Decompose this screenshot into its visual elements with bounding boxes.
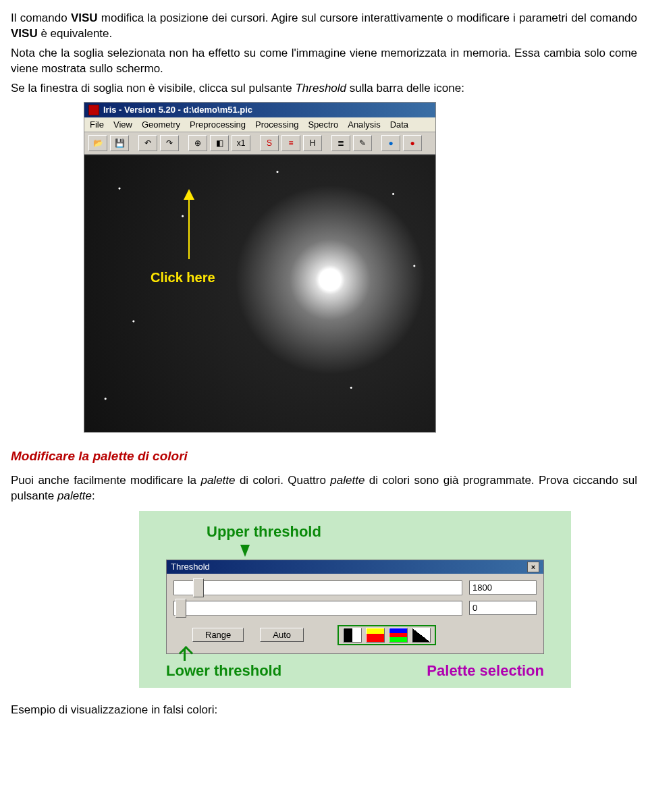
- menu-data[interactable]: Data: [390, 119, 408, 130]
- iris-app-icon: [88, 105, 99, 115]
- threshold-titlebar: Threshold ×: [167, 560, 543, 574]
- arrow-up-icon: [188, 198, 190, 259]
- lower-threshold-row: 0: [173, 601, 537, 616]
- palette-word: palette: [57, 489, 92, 502]
- threshold-icon[interactable]: ◧: [210, 135, 229, 151]
- paragraph-visu-intro: Il comando VISU modifica la posizione de…: [11, 11, 637, 42]
- threshold-word: Threshold: [295, 82, 346, 94]
- iris-title-text: Iris - Version 5.20 - d:\demo\m51.pic: [103, 105, 252, 115]
- text: :: [92, 489, 95, 502]
- undo-icon[interactable]: ↶: [138, 135, 157, 151]
- click-here-label: Click here: [151, 270, 215, 286]
- paragraph-note: Nota che la soglia selezionata non ha ef…: [11, 46, 637, 77]
- iris-menubar: File View Geometry Preprocessing Process…: [84, 117, 435, 132]
- curve-icon[interactable]: S: [260, 135, 279, 151]
- menu-geometry[interactable]: Geometry: [142, 119, 180, 130]
- threshold-body: 1800 0 Range Auto: [167, 574, 543, 653]
- threshold-figure: Upper threshold Threshold × 1800 0 Range: [139, 511, 571, 688]
- threshold-buttons-row: Range Auto: [173, 621, 537, 647]
- iris-window: Iris - Version 5.20 - d:\demo\m51.pic Fi…: [84, 102, 436, 433]
- palette-gray-button[interactable]: [412, 628, 431, 643]
- section-title-palette: Modificare la palette di colori: [11, 449, 637, 464]
- lower-threshold-value[interactable]: 0: [469, 601, 537, 615]
- palette-bw-button[interactable]: [343, 628, 362, 643]
- slider-knob[interactable]: [193, 578, 204, 597]
- histo-icon[interactable]: ≡: [281, 135, 300, 151]
- palette-selection-group: [338, 625, 436, 645]
- h-icon[interactable]: H: [303, 135, 322, 151]
- text: Se la finestra di soglia non è visibile,…: [11, 82, 295, 94]
- blue-dot-icon[interactable]: ●: [381, 135, 400, 151]
- menu-view[interactable]: View: [113, 119, 132, 130]
- range-button[interactable]: Range: [192, 628, 244, 642]
- upper-threshold-slider[interactable]: [173, 580, 462, 595]
- iris-titlebar: Iris - Version 5.20 - d:\demo\m51.pic: [84, 103, 435, 117]
- text: modifica la posizione dei cursori. Agire…: [98, 11, 637, 24]
- marker-icon[interactable]: ✎: [353, 135, 372, 151]
- visu-command: VISU: [11, 27, 38, 40]
- arrow-down-icon: [240, 545, 250, 557]
- text: è equivalente.: [38, 27, 113, 40]
- palette-word: palette: [200, 474, 235, 487]
- paragraph-palette: Puoi anche facilmente modificare la pale…: [11, 473, 637, 504]
- x1-icon[interactable]: x1: [232, 135, 250, 151]
- palette-rainbow-button[interactable]: [389, 628, 408, 643]
- upper-threshold-row: 1800: [173, 580, 537, 595]
- menu-spectro[interactable]: Spectro: [308, 119, 338, 130]
- slider-knob[interactable]: [176, 599, 186, 618]
- palette-word: palette: [330, 474, 364, 487]
- save-icon[interactable]: 💾: [110, 135, 129, 151]
- auto-button[interactable]: Auto: [260, 628, 304, 642]
- lower-threshold-slider[interactable]: [173, 601, 462, 616]
- menu-analysis[interactable]: Analysis: [348, 119, 380, 130]
- menu-preprocessing[interactable]: Preprocessing: [190, 119, 246, 130]
- arrow-line-icon: [184, 649, 186, 661]
- text: sulla barra delle icone:: [346, 82, 464, 94]
- redo-icon[interactable]: ↷: [160, 135, 179, 151]
- menu-processing[interactable]: Processing: [255, 119, 298, 130]
- threshold-window: Threshold × 1800 0 Range Auto: [166, 560, 544, 654]
- text: di colori. Quattro: [236, 474, 331, 487]
- target-icon[interactable]: ⊕: [188, 135, 207, 151]
- lower-threshold-label: Lower threshold: [166, 662, 281, 680]
- open-icon[interactable]: 📂: [88, 135, 107, 151]
- paragraph-false-colors: Esempio di visualizzazione in falsi colo…: [11, 703, 637, 718]
- close-icon[interactable]: ×: [527, 562, 539, 572]
- palette-selection-label: Palette selection: [427, 662, 544, 680]
- threshold-title-text: Threshold: [171, 562, 210, 572]
- upper-threshold-label: Upper threshold: [207, 523, 544, 541]
- levels-icon[interactable]: ≣: [331, 135, 350, 151]
- text: Il comando: [11, 11, 71, 24]
- palette-fire-button[interactable]: [366, 628, 385, 643]
- red-dot-icon[interactable]: ●: [403, 135, 422, 151]
- menu-file[interactable]: File: [90, 119, 104, 130]
- iris-toolbar: 📂 💾 ↶ ↷ ⊕ ◧ x1 S ≡ H ≣ ✎ ● ●: [84, 132, 435, 155]
- upper-threshold-value[interactable]: 1800: [469, 580, 537, 595]
- iris-image-canvas: Click here: [84, 155, 435, 432]
- visu-command: VISU: [71, 11, 98, 24]
- text: Puoi anche facilmente modificare la: [11, 474, 200, 487]
- paragraph-threshold-hint: Se la finestra di soglia non è visibile,…: [11, 81, 637, 97]
